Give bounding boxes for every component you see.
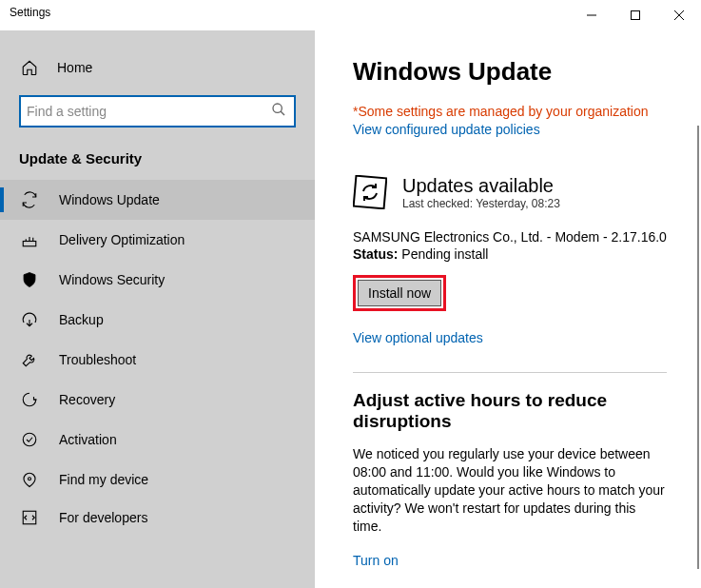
policies-link[interactable]: View configured update policies	[353, 122, 540, 137]
sidebar-item-label: Recovery	[59, 392, 115, 407]
recovery-icon	[21, 391, 38, 408]
sidebar-item-label: Delivery Optimization	[59, 232, 185, 247]
sidebar-home-label: Home	[57, 60, 92, 75]
active-hours-heading: Adjust active hours to reduce disruption…	[353, 390, 667, 432]
svg-point-4	[273, 104, 282, 112]
search-input-wrap[interactable]	[19, 95, 296, 127]
sidebar-home[interactable]: Home	[0, 49, 315, 86]
svg-line-5	[281, 111, 284, 115]
backup-icon	[21, 311, 38, 328]
shield-icon	[21, 271, 38, 288]
svg-rect-1	[632, 11, 640, 20]
sidebar-item-windows-update[interactable]: Windows Update	[0, 180, 315, 220]
svg-rect-6	[23, 242, 36, 246]
optional-updates-link[interactable]: View optional updates	[353, 330, 667, 345]
home-icon	[21, 59, 38, 76]
page-title: Windows Update	[353, 57, 667, 87]
sidebar-item-label: Find my device	[59, 472, 148, 487]
update-status-icon	[353, 175, 387, 209]
update-name: SAMSUNG Electronics Co., Ltd. - Modem - …	[353, 229, 667, 245]
sidebar-item-recovery[interactable]: Recovery	[0, 380, 315, 420]
install-button-highlight: Install now	[353, 275, 446, 311]
developer-icon	[21, 509, 38, 526]
wrench-icon	[21, 351, 38, 368]
sidebar: Home Update & Security Windows Update De…	[0, 30, 315, 588]
sidebar-item-troubleshoot[interactable]: Troubleshoot	[0, 340, 315, 380]
managed-warning: *Some settings are managed by your organ…	[353, 104, 667, 119]
close-button[interactable]	[657, 0, 701, 30]
sidebar-item-label: For developers	[59, 510, 147, 525]
update-status-row: Status: Pending install	[353, 246, 667, 262]
svg-point-8	[29, 478, 31, 480]
sidebar-item-label: Troubleshoot	[59, 352, 136, 367]
sidebar-item-delivery-optimization[interactable]: Delivery Optimization	[0, 220, 315, 260]
sidebar-item-activation[interactable]: Activation	[0, 420, 315, 460]
sidebar-item-backup[interactable]: Backup	[0, 300, 315, 340]
location-icon	[21, 471, 38, 488]
sidebar-item-for-developers[interactable]: For developers	[0, 500, 315, 530]
update-status-heading: Updates available	[402, 175, 560, 197]
sync-icon	[21, 191, 38, 208]
svg-point-7	[23, 433, 36, 446]
sidebar-item-windows-security[interactable]: Windows Security	[0, 260, 315, 300]
sidebar-item-find-my-device[interactable]: Find my device	[0, 460, 315, 500]
title-bar: Settings	[0, 0, 701, 30]
delivery-icon	[21, 231, 38, 248]
scrollbar[interactable]	[697, 126, 699, 569]
sidebar-item-label: Windows Update	[59, 192, 160, 207]
sidebar-section-header: Update & Security	[0, 127, 315, 174]
divider	[353, 372, 667, 373]
install-now-button[interactable]: Install now	[358, 280, 441, 306]
turn-on-link[interactable]: Turn on	[353, 553, 399, 568]
sidebar-item-label: Activation	[59, 432, 117, 447]
svg-rect-10	[354, 176, 387, 209]
sidebar-item-label: Windows Security	[59, 272, 165, 287]
sidebar-item-label: Backup	[59, 312, 104, 327]
main-content: Windows Update *Some settings are manage…	[315, 30, 701, 588]
search-input[interactable]	[27, 104, 271, 119]
search-icon	[271, 102, 286, 121]
last-checked-text: Last checked: Yesterday, 08:23	[402, 197, 560, 210]
window-title: Settings	[10, 6, 50, 19]
active-hours-body: We noticed you regularly use your device…	[353, 445, 667, 535]
minimize-button[interactable]	[570, 0, 613, 30]
maximize-button[interactable]	[613, 0, 657, 30]
activation-icon	[21, 431, 38, 448]
